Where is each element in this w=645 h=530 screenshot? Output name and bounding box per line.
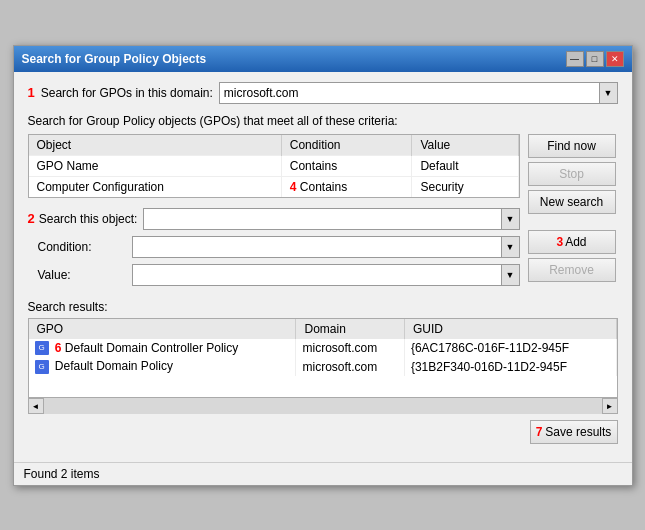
criteria-row-2[interactable]: Computer Configuration 4 Contains Securi… [29, 176, 519, 197]
criteria-condition-2: 4 Contains [281, 176, 412, 197]
search-object-label: Search this object: [39, 212, 139, 226]
title-bar: Search for Group Policy Objects — □ ✕ [14, 46, 632, 72]
result-gpo-2: G Default Domain Policy [29, 357, 296, 376]
search-object-combo[interactable]: ▼ [143, 208, 520, 230]
horizontal-scrollbar[interactable]: ◄ ► [28, 398, 618, 414]
main-window: Search for Group Policy Objects — □ ✕ 1 … [13, 45, 633, 486]
results-col-gpo: GPO [29, 319, 296, 339]
results-table: GPO Domain GUID G 6 Default Domain Contr… [29, 319, 617, 377]
annotation-7: 7 [536, 425, 543, 439]
criteria-condition-1: Contains [281, 155, 412, 176]
results-label: Search results: [28, 300, 618, 314]
gpo-icon-1: G [35, 341, 49, 355]
scroll-left-btn[interactable]: ◄ [28, 398, 44, 414]
criteria-table: Object Condition Value GPO Name Contains… [28, 134, 520, 198]
new-search-button[interactable]: New search [528, 190, 616, 214]
condition-label: Condition: [28, 240, 128, 254]
results-col-domain: Domain [296, 319, 404, 339]
stop-button[interactable]: Stop [528, 162, 616, 186]
results-col-guid: GUID [404, 319, 616, 339]
condition-input[interactable] [133, 238, 501, 256]
value-dropdown-btn[interactable]: ▼ [501, 265, 519, 285]
maximize-button[interactable]: □ [586, 51, 604, 67]
annotation-1: 1 [28, 85, 35, 100]
remove-button[interactable]: Remove [528, 258, 616, 282]
domain-input[interactable] [220, 83, 599, 103]
result-domain-1: microsoft.com [296, 339, 404, 358]
col-condition: Condition [281, 135, 412, 156]
annotation-2: 2 [28, 211, 35, 226]
scroll-track[interactable] [44, 398, 602, 414]
save-row: 7 Save results [28, 420, 618, 444]
right-panel: Find now Stop New search 3 Add Remove [528, 134, 618, 292]
save-results-button[interactable]: 7 Save results [530, 420, 618, 444]
criteria-label: Search for Group Policy objects (GPOs) t… [28, 114, 618, 128]
result-row-1[interactable]: G 6 Default Domain Controller Policy mic… [29, 339, 617, 358]
value-label: Value: [28, 268, 128, 282]
left-panel: Object Condition Value GPO Name Contains… [28, 134, 520, 292]
condition-dropdown-btn[interactable]: ▼ [501, 237, 519, 257]
result-domain-2: microsoft.com [296, 357, 404, 376]
title-bar-buttons: — □ ✕ [566, 51, 624, 67]
domain-combo[interactable]: ▼ [219, 82, 618, 104]
status-bar: Found 2 items [14, 462, 632, 485]
annotation-4: 4 [290, 180, 297, 194]
find-now-button[interactable]: Find now [528, 134, 616, 158]
search-object-row: 2 Search this object: ▼ [28, 208, 520, 230]
result-gpo-1: G 6 Default Domain Controller Policy [29, 339, 296, 358]
domain-row: 1 Search for GPOs in this domain: ▼ [28, 82, 618, 104]
domain-dropdown-btn[interactable]: ▼ [599, 83, 617, 103]
col-value: Value [412, 135, 518, 156]
window-content: 1 Search for GPOs in this domain: ▼ Sear… [14, 72, 632, 454]
condition-combo[interactable]: ▼ [132, 236, 520, 258]
status-text: Found 2 items [24, 467, 100, 481]
results-section: Search results: GPO Domain GUID G [28, 300, 618, 444]
value-row: Value: ▼ [28, 264, 520, 286]
domain-label: Search for GPOs in this domain: [41, 86, 213, 100]
value-input[interactable] [133, 266, 501, 284]
result-guid-2: {31B2F340-016D-11D2-945F [404, 357, 616, 376]
annotation-6: 6 [55, 341, 62, 355]
value-combo[interactable]: ▼ [132, 264, 520, 286]
results-table-container[interactable]: GPO Domain GUID G 6 Default Domain Contr… [28, 318, 618, 398]
main-area: Object Condition Value GPO Name Contains… [28, 134, 618, 292]
criteria-object-2: Computer Configuration [29, 176, 282, 197]
criteria-value-1: Default [412, 155, 518, 176]
search-object-dropdown-btn[interactable]: ▼ [501, 209, 519, 229]
result-row-2[interactable]: G Default Domain Policy microsoft.com {3… [29, 357, 617, 376]
criteria-value-2: Security [412, 176, 518, 197]
gpo-icon-2: G [35, 360, 49, 374]
search-object-input[interactable] [144, 210, 501, 228]
close-button[interactable]: ✕ [606, 51, 624, 67]
add-button[interactable]: 3 Add [528, 230, 616, 254]
result-guid-1: {6AC1786C-016F-11D2-945F [404, 339, 616, 358]
scroll-right-btn[interactable]: ► [602, 398, 618, 414]
window-title: Search for Group Policy Objects [22, 52, 207, 66]
minimize-button[interactable]: — [566, 51, 584, 67]
condition-row: Condition: ▼ [28, 236, 520, 258]
annotation-3: 3 [556, 235, 563, 249]
criteria-object-1: GPO Name [29, 155, 282, 176]
col-object: Object [29, 135, 282, 156]
criteria-row-1[interactable]: GPO Name Contains Default [29, 155, 519, 176]
